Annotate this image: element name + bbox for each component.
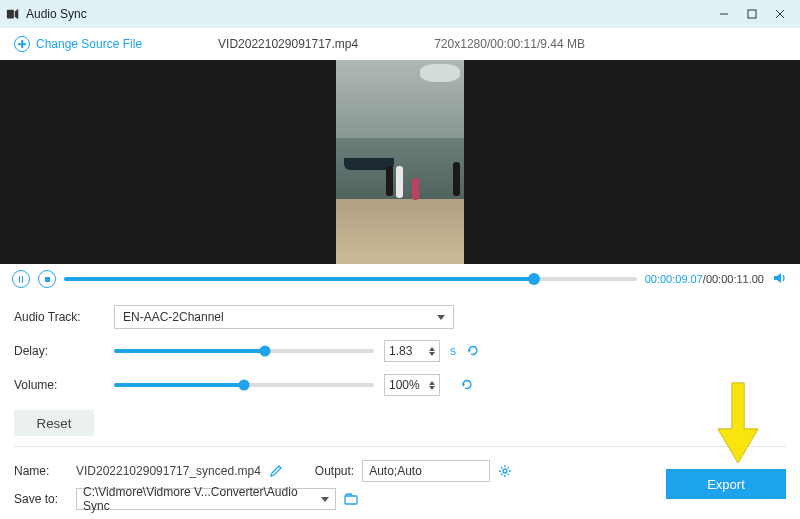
playback-bar: 00:00:09.07/00:00:11.00 (0, 264, 800, 294)
name-label: Name: (14, 464, 68, 478)
divider (14, 446, 786, 447)
video-preview[interactable] (0, 60, 800, 264)
source-filename: VID20221029091717.mp4 (218, 37, 358, 51)
svg-rect-2 (748, 10, 756, 18)
volume-row: Volume: 100% (14, 368, 786, 402)
delay-step-down[interactable] (429, 352, 435, 356)
audio-track-value: EN-AAC-2Channel (123, 310, 224, 324)
volume-slider-thumb[interactable] (239, 380, 250, 391)
controls-panel: Audio Track: EN-AAC-2Channel Delay: 1.83… (0, 294, 800, 402)
app-icon (6, 7, 20, 21)
saveto-select[interactable]: C:\Vidmore\Vidmore V...Converter\Audio S… (76, 488, 336, 510)
progress-track[interactable] (64, 277, 637, 281)
change-source-label: Change Source File (36, 37, 142, 51)
change-source-button[interactable]: Change Source File (14, 36, 142, 52)
progress-fill (64, 277, 534, 281)
total-time: 00:00:11.00 (706, 273, 764, 285)
video-frame (336, 60, 464, 264)
output-label: Output: (315, 464, 354, 478)
volume-icon[interactable] (772, 270, 788, 289)
source-meta: 720x1280/00:00:11/9.44 MB (434, 37, 585, 51)
volume-slider-fill (114, 383, 244, 387)
volume-step-down[interactable] (429, 386, 435, 390)
chevron-down-icon (321, 497, 329, 502)
chevron-down-icon (437, 315, 445, 320)
time-display: 00:00:09.07/00:00:11.00 (645, 273, 764, 285)
volume-step-up[interactable] (429, 381, 435, 385)
audio-track-label: Audio Track: (14, 310, 104, 324)
audio-track-select[interactable]: EN-AAC-2Channel (114, 305, 454, 329)
current-time: 00:00:09.07 (645, 273, 703, 285)
window-title: Audio Sync (26, 7, 710, 21)
svg-point-7 (503, 469, 507, 473)
plus-icon (14, 36, 30, 52)
delay-unit: s (450, 344, 456, 358)
name-value: VID20221029091717_synced.mp4 (76, 464, 261, 478)
delay-slider[interactable] (114, 349, 374, 353)
volume-slider[interactable] (114, 383, 374, 387)
maximize-button[interactable] (738, 3, 766, 25)
minimize-button[interactable] (710, 3, 738, 25)
source-row: Change Source File VID20221029091717.mp4… (0, 28, 800, 60)
close-button[interactable] (766, 3, 794, 25)
volume-label: Volume: (14, 378, 104, 392)
svg-rect-0 (7, 10, 14, 19)
delay-reset-icon[interactable] (466, 344, 480, 358)
folder-icon[interactable] (344, 492, 358, 506)
export-button[interactable]: Export (666, 469, 786, 499)
stop-button[interactable] (38, 270, 56, 288)
gear-icon[interactable] (498, 464, 512, 478)
volume-reset-icon[interactable] (460, 378, 474, 392)
saveto-label: Save to: (14, 492, 68, 506)
delay-label: Delay: (14, 344, 104, 358)
output-select[interactable]: Auto;Auto (362, 460, 490, 482)
delay-value: 1.83 (389, 344, 412, 358)
titlebar: Audio Sync (0, 0, 800, 28)
edit-icon[interactable] (269, 464, 283, 478)
delay-row: Delay: 1.83 s (14, 334, 786, 368)
delay-slider-fill (114, 349, 265, 353)
svg-rect-8 (345, 496, 357, 504)
saveto-value: C:\Vidmore\Vidmore V...Converter\Audio S… (83, 485, 321, 513)
delay-step-up[interactable] (429, 347, 435, 351)
delay-slider-thumb[interactable] (259, 346, 270, 357)
volume-value: 100% (389, 378, 420, 392)
audio-track-row: Audio Track: EN-AAC-2Channel (14, 300, 786, 334)
pause-button[interactable] (12, 270, 30, 288)
progress-thumb[interactable] (528, 273, 540, 285)
volume-input[interactable]: 100% (384, 374, 440, 396)
reset-button[interactable]: Reset (14, 410, 94, 436)
output-value: Auto;Auto (369, 464, 422, 478)
delay-input[interactable]: 1.83 (384, 340, 440, 362)
